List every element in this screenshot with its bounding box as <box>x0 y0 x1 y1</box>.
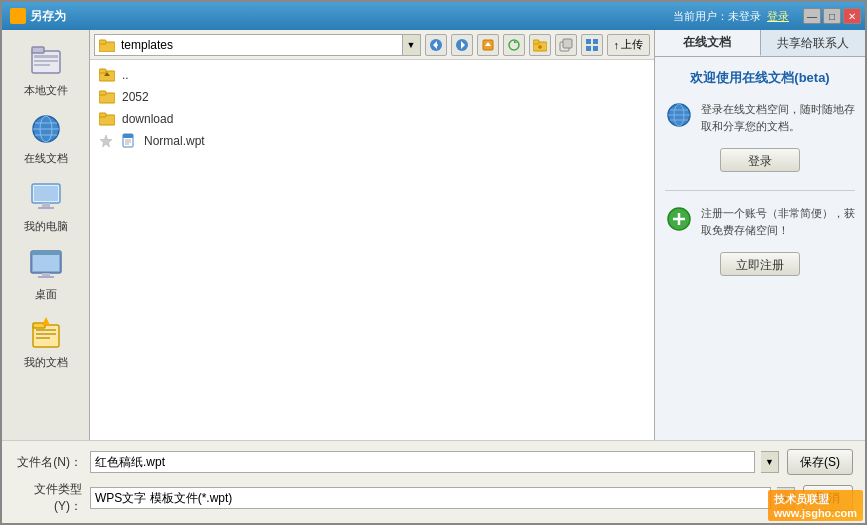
login-info-icon <box>665 101 693 129</box>
svg-rect-43 <box>593 39 598 44</box>
local-files-icon <box>28 43 64 79</box>
tab-online-doc[interactable]: 在线文档 <box>655 30 761 56</box>
sidebar-label-mydocs: 我的文档 <box>24 355 68 370</box>
newfolder-button[interactable] <box>529 34 551 56</box>
sidebar-item-mypc[interactable]: 我的电脑 <box>8 174 84 238</box>
titlebar: 另存为 当前用户：未登录 登录 — □ ✕ <box>2 2 865 30</box>
divider <box>665 190 855 191</box>
filetype-input[interactable] <box>90 487 771 509</box>
svg-rect-4 <box>34 64 50 66</box>
welcome-title: 欢迎使用在线文档(beta) <box>665 69 855 87</box>
tab-share-contacts[interactable]: 共享给联系人 <box>761 30 866 56</box>
register-desc-text: 注册一个账号（非常简便），获取免费存储空间！ <box>701 205 855 238</box>
sidebar-item-local[interactable]: 本地文件 <box>8 38 84 102</box>
forward-button[interactable] <box>451 34 473 56</box>
sidebar-label-local: 本地文件 <box>24 83 68 98</box>
svg-rect-41 <box>563 39 572 48</box>
svg-rect-13 <box>38 207 54 209</box>
filetype-input-wrap: ▼ <box>90 487 795 509</box>
favorite-icon <box>98 133 114 149</box>
maximize-button[interactable]: □ <box>823 8 841 24</box>
svg-rect-3 <box>34 60 58 62</box>
svg-rect-11 <box>34 186 58 201</box>
wpt-file-icon <box>120 132 138 150</box>
path-dropdown-arrow[interactable]: ▼ <box>402 35 420 55</box>
mypc-icon <box>28 179 64 215</box>
online-doc-icon <box>28 111 64 147</box>
sidebar-label-desktop: 桌面 <box>35 287 57 302</box>
filetype-row: 文件类型(Y)： ▼ 取消 <box>14 481 853 515</box>
file-area: templates ▼ <box>90 30 655 440</box>
file-item-up[interactable]: .. <box>94 64 650 86</box>
svg-rect-15 <box>33 253 59 271</box>
svg-marker-53 <box>100 135 112 147</box>
minimize-button[interactable]: — <box>803 8 821 24</box>
file-item-2052[interactable]: 2052 <box>94 86 650 108</box>
up-item-name: .. <box>122 68 129 82</box>
svg-rect-1 <box>32 47 44 53</box>
filename-dropdown-arrow[interactable]: ▼ <box>761 451 779 473</box>
file-list: .. 2052 <box>90 60 654 440</box>
register-info-row: 注册一个账号（非常简便），获取免费存储空间！ <box>665 205 855 238</box>
desktop-icon <box>28 247 64 283</box>
sidebar-item-desktop[interactable]: 桌面 <box>8 242 84 306</box>
window-icon <box>10 8 26 24</box>
register-button[interactable]: 立即注册 <box>720 252 800 276</box>
filename-row: 文件名(N)： ▼ 保存(S) <box>14 449 853 475</box>
watermark: 技术员联盟 www.jsgho.com <box>768 490 863 521</box>
sidebar-item-mydocs[interactable]: 我的文档 <box>8 310 84 374</box>
main-window: 另存为 当前用户：未登录 登录 — □ ✕ <box>0 0 867 525</box>
file-item-download[interactable]: download <box>94 108 650 130</box>
folder-download-name: download <box>122 112 173 126</box>
upload-button[interactable]: ↑ 上传 <box>607 34 651 56</box>
path-value: templates <box>117 38 402 52</box>
login-desc-text: 登录在线文档空间，随时随地存取和分享您的文档。 <box>701 101 855 134</box>
upload-label: 上传 <box>621 37 643 52</box>
bottom-bar: 文件名(N)： ▼ 保存(S) 文件类型(Y)： ▼ 取消 <box>2 440 865 523</box>
folder-2052-name: 2052 <box>122 90 149 104</box>
sidebar-label-online: 在线文档 <box>24 151 68 166</box>
close-button[interactable]: ✕ <box>843 8 861 24</box>
copy-button[interactable] <box>555 34 577 56</box>
svg-rect-17 <box>42 273 50 276</box>
svg-rect-21 <box>36 329 56 331</box>
filename-input[interactable] <box>90 451 755 473</box>
wpt-file-name: Normal.wpt <box>144 134 205 148</box>
window-controls: — □ ✕ <box>803 8 861 24</box>
back-button[interactable] <box>425 34 447 56</box>
svg-rect-55 <box>123 134 133 138</box>
login-button[interactable]: 登录 <box>720 148 800 172</box>
save-button[interactable]: 保存(S) <box>787 449 853 475</box>
mydocs-icon <box>28 315 64 351</box>
svg-rect-50 <box>99 91 106 95</box>
window-title: 另存为 <box>30 8 66 25</box>
svg-rect-52 <box>99 113 106 117</box>
svg-rect-12 <box>42 203 50 207</box>
right-tabs: 在线文档 共享给联系人 <box>655 30 865 57</box>
svg-rect-42 <box>586 39 591 44</box>
filename-label: 文件名(N)： <box>14 454 82 471</box>
svg-rect-16 <box>31 251 61 255</box>
register-info-icon <box>665 205 693 233</box>
svg-rect-26 <box>99 40 106 44</box>
refresh-button[interactable] <box>503 34 525 56</box>
sidebar-item-online[interactable]: 在线文档 <box>8 106 84 170</box>
svg-rect-22 <box>36 333 56 335</box>
folder-download-icon <box>98 110 116 128</box>
view-button[interactable] <box>581 34 603 56</box>
login-link[interactable]: 登录 <box>767 9 789 24</box>
up-button[interactable] <box>477 34 499 56</box>
filetype-label: 文件类型(Y)： <box>14 481 82 515</box>
svg-rect-18 <box>38 276 54 278</box>
sidebar-label-mypc: 我的电脑 <box>24 219 68 234</box>
svg-rect-45 <box>593 46 598 51</box>
svg-rect-2 <box>34 55 58 58</box>
file-item-normal-wpt[interactable]: Normal.wpt <box>94 130 650 152</box>
filename-input-wrap: ▼ <box>90 451 779 473</box>
sidebar: 本地文件 在线文档 <box>2 30 90 440</box>
upload-icon: ↑ <box>614 39 620 51</box>
user-status-text: 当前用户：未登录 <box>673 9 761 24</box>
up-folder-icon <box>98 66 116 84</box>
file-toolbar: templates ▼ <box>90 30 654 60</box>
svg-marker-24 <box>42 317 50 325</box>
